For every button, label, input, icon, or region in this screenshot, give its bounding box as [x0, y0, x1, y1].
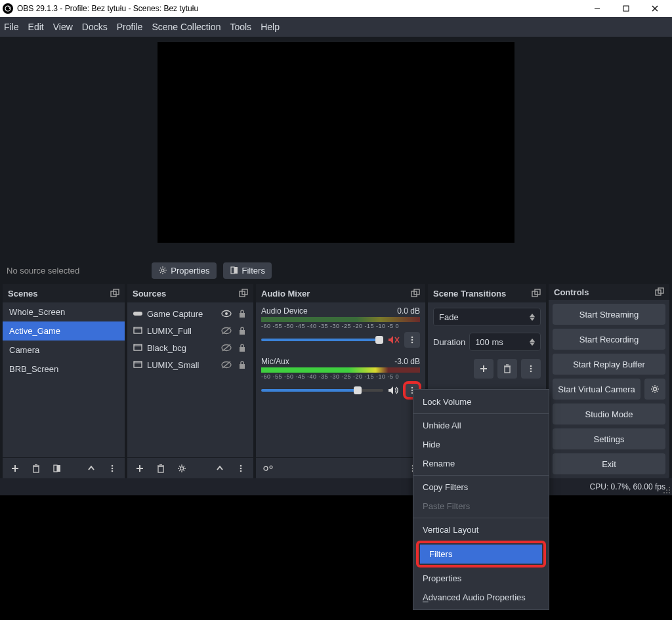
- sources-footer: [127, 457, 253, 478]
- source-item[interactable]: Black_bcg: [127, 339, 253, 356]
- preview-area: [0, 37, 672, 257]
- svg-point-49: [240, 470, 242, 472]
- track-db: 0.0 dB: [397, 306, 420, 316]
- source-item[interactable]: LUMIX_Small: [127, 356, 253, 373]
- minimize-button[interactable]: [583, 0, 612, 17]
- start-replay-buffer-button[interactable]: Start Replay Buffer: [553, 354, 665, 375]
- menubar: File Edit View Docks Profile Scene Colle…: [0, 17, 672, 37]
- volume-slider[interactable]: [261, 389, 383, 392]
- visibility-off-icon[interactable]: [220, 359, 232, 371]
- audio-ticks: -60 -55 -50 -45 -40 -35 -30 -25 -20 -15 …: [261, 323, 420, 329]
- ctx-advanced-audio[interactable]: Advanced Audio Properties: [413, 588, 549, 607]
- scene-item[interactable]: Active_Game: [3, 321, 125, 341]
- ctx-unhide-all[interactable]: Unhide All: [413, 416, 549, 435]
- gear-icon: [158, 266, 167, 275]
- duration-input[interactable]: 100 ms: [469, 333, 541, 351]
- studio-mode-button[interactable]: Studio Mode: [553, 403, 665, 424]
- lock-icon[interactable]: [236, 325, 248, 337]
- transitions-header: Scene Transitions: [428, 284, 546, 302]
- menu-edit[interactable]: Edit: [28, 22, 44, 32]
- ctx-filters[interactable]: Filters: [420, 545, 542, 564]
- audio-footer: [256, 457, 425, 478]
- start-virtual-camera-button[interactable]: Start Virtual Camera: [553, 379, 640, 400]
- source-item[interactable]: LUMIX_Full: [127, 322, 253, 339]
- scene-item[interactable]: Camera: [3, 341, 125, 360]
- start-recording-button[interactable]: Start Recording: [553, 329, 665, 350]
- svg-rect-25: [240, 313, 245, 318]
- scene-menu-button[interactable]: [104, 460, 121, 477]
- undock-icon[interactable]: [239, 289, 248, 298]
- source-item[interactable]: Game Capture: [127, 305, 253, 322]
- track-menu-button[interactable]: [404, 332, 420, 348]
- menu-profile[interactable]: Profile: [117, 22, 143, 32]
- lock-icon[interactable]: [236, 308, 248, 320]
- track-db: -3.0 dB: [394, 357, 420, 366]
- preview-canvas[interactable]: [158, 42, 514, 243]
- speaker-muted-icon[interactable]: [387, 335, 400, 344]
- controls-panel: Controls Start Streaming Start Recording…: [549, 284, 669, 478]
- menu-scene-collection[interactable]: Scene Collection: [152, 22, 220, 32]
- exit-button[interactable]: Exit: [553, 453, 665, 474]
- visibility-icon[interactable]: [220, 308, 232, 320]
- visibility-off-icon[interactable]: [220, 325, 232, 337]
- ctx-copy-filters[interactable]: Copy Filters: [413, 478, 549, 497]
- virtual-camera-settings-button[interactable]: [644, 379, 665, 400]
- add-transition-button[interactable]: [474, 359, 494, 379]
- svg-point-84: [669, 492, 670, 493]
- properties-button[interactable]: Properties: [152, 262, 216, 279]
- remove-scene-button[interactable]: [28, 460, 45, 477]
- audio-track: Audio Device0.0 dB -60 -55 -50 -45 -40 -…: [261, 306, 420, 348]
- volume-slider[interactable]: [261, 339, 383, 341]
- menu-tools[interactable]: Tools: [230, 22, 251, 32]
- start-streaming-button[interactable]: Start Streaming: [553, 304, 665, 325]
- scene-item[interactable]: BRB_Screen: [3, 360, 125, 379]
- speaker-icon[interactable]: [387, 386, 400, 395]
- ctx-properties[interactable]: Properties: [413, 569, 549, 588]
- undock-icon[interactable]: [411, 289, 420, 298]
- add-source-button[interactable]: [131, 460, 148, 477]
- ctx-separator: [413, 475, 549, 476]
- move-source-up-button[interactable]: [211, 460, 228, 477]
- move-scene-up-button[interactable]: [83, 460, 100, 477]
- lock-icon[interactable]: [236, 342, 248, 354]
- undock-icon[interactable]: [655, 287, 664, 297]
- svg-point-60: [264, 466, 268, 470]
- lock-icon[interactable]: [236, 359, 248, 371]
- maximize-button[interactable]: [612, 0, 640, 17]
- audio-header: Audio Mixer: [256, 284, 425, 302]
- svg-rect-30: [240, 330, 245, 335]
- ctx-lock-volume[interactable]: Lock Volume: [413, 392, 549, 411]
- svg-rect-69: [505, 367, 510, 373]
- add-scene-button[interactable]: [7, 460, 24, 477]
- remove-source-button[interactable]: [152, 460, 169, 477]
- undock-icon[interactable]: [532, 289, 541, 298]
- resize-grip-icon[interactable]: [663, 486, 671, 494]
- ctx-hide[interactable]: Hide: [413, 435, 549, 454]
- remove-transition-button[interactable]: [497, 359, 517, 379]
- ctx-rename[interactable]: Rename: [413, 454, 549, 473]
- svg-point-77: [654, 388, 657, 391]
- menu-help[interactable]: Help: [261, 22, 280, 32]
- undock-icon[interactable]: [110, 289, 119, 298]
- visibility-off-icon[interactable]: [220, 342, 232, 354]
- svg-point-80: [666, 489, 667, 491]
- source-properties-button[interactable]: [173, 460, 190, 477]
- scenes-footer: [3, 457, 125, 478]
- ctx-vertical-layout[interactable]: Vertical Layout: [413, 520, 549, 539]
- scene-item[interactable]: Whole_Screen: [3, 302, 125, 321]
- menu-view[interactable]: View: [53, 22, 73, 32]
- close-button[interactable]: [640, 0, 669, 17]
- scenes-header: Scenes: [3, 284, 125, 302]
- transition-select[interactable]: Fade: [433, 308, 541, 326]
- filters-button[interactable]: Filters: [223, 262, 272, 279]
- scene-filter-button[interactable]: [49, 460, 66, 477]
- audio-mixer-panel: Audio Mixer Audio Device0.0 dB -60 -55 -…: [256, 284, 425, 478]
- audio-settings-button[interactable]: [260, 460, 277, 477]
- source-menu-button[interactable]: [232, 460, 249, 477]
- settings-button[interactable]: Settings: [553, 428, 665, 449]
- svg-rect-26: [134, 327, 142, 333]
- menu-file[interactable]: File: [4, 22, 19, 32]
- transition-menu-button[interactable]: [521, 359, 541, 379]
- menu-docks[interactable]: Docks: [82, 22, 108, 32]
- svg-rect-35: [240, 347, 245, 352]
